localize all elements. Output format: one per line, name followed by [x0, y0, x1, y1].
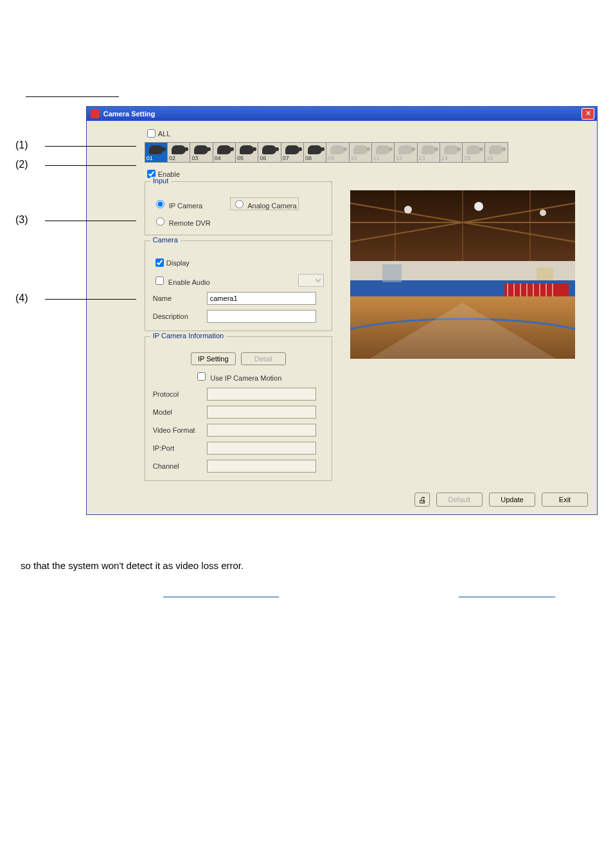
- camera-icon: [330, 145, 344, 154]
- detail-button: Detail: [241, 352, 286, 365]
- channel-field: [207, 460, 316, 473]
- camera-number: 04: [215, 155, 221, 161]
- svg-point-9: [540, 210, 546, 216]
- camera-cell-04[interactable]: 04: [213, 143, 236, 162]
- enable-audio-checkbox[interactable]: [155, 276, 164, 285]
- camera-number: 07: [283, 155, 289, 161]
- use-ip-motion-row[interactable]: Use IP Camera Motion: [195, 370, 281, 383]
- ip-camera-radio[interactable]: [156, 200, 164, 208]
- camera-cell-05[interactable]: 05: [236, 143, 258, 162]
- camera-number: 15: [464, 155, 470, 161]
- camera-icon: [285, 145, 299, 154]
- camera-number: 10: [351, 155, 357, 161]
- ip-setting-button[interactable]: IP Setting: [191, 352, 236, 365]
- camera-number: 02: [169, 155, 175, 161]
- callout-1: (1): [15, 140, 28, 151]
- description-field[interactable]: [207, 310, 316, 323]
- ip-port-field: [207, 442, 316, 455]
- camera-number: 05: [237, 155, 244, 161]
- update-button[interactable]: Update: [489, 493, 535, 507]
- camera-number: 14: [441, 155, 448, 161]
- body-paragraph: so that the system won't detect it as vi…: [15, 560, 598, 571]
- preview-image: [350, 190, 575, 359]
- camera-cell-15: 15: [463, 143, 485, 162]
- camera-number: 08: [305, 155, 312, 161]
- camera-preview: [350, 190, 575, 359]
- camera-cell-03[interactable]: 03: [190, 143, 213, 162]
- camera-cell-14: 14: [440, 143, 463, 162]
- ip-port-label: IP:Port: [153, 444, 207, 452]
- camera-cell-01[interactable]: 01: [145, 143, 168, 162]
- link-hint-1: [163, 597, 279, 597]
- video-format-label: Video Format: [153, 426, 207, 434]
- all-checkbox[interactable]: [147, 129, 155, 138]
- camera-icon: [172, 145, 186, 154]
- enable-audio-row[interactable]: Enable Audio: [153, 275, 210, 287]
- display-label: Display: [166, 259, 190, 267]
- exit-button[interactable]: Exit: [542, 493, 588, 507]
- camera-number: 12: [396, 155, 402, 161]
- camera-cell-10: 10: [350, 143, 372, 162]
- input-group: Input IP Camera Analog Camera: [145, 181, 332, 235]
- camera-icon: [489, 145, 503, 154]
- section-heading-underline: [26, 96, 119, 97]
- svg-point-7: [404, 206, 412, 213]
- camera-cell-02[interactable]: 02: [168, 143, 190, 162]
- camera-icon: [398, 145, 413, 154]
- camera-number: 11: [373, 155, 380, 161]
- channel-label: Channel: [153, 462, 207, 470]
- protocol-field: [207, 388, 316, 401]
- callout-3: (3): [15, 214, 28, 226]
- camera-number: 01: [147, 155, 153, 161]
- camera-icon: [240, 145, 254, 154]
- camera-cell-07[interactable]: 07: [281, 143, 304, 162]
- model-label: Model: [153, 408, 207, 416]
- camera-icon: [262, 145, 276, 154]
- camera-number: 09: [328, 155, 334, 161]
- svg-rect-22: [537, 267, 553, 280]
- input-group-title: Input: [150, 177, 171, 185]
- title-bar: Camera Setting ✕: [87, 107, 597, 121]
- camera-cell-06[interactable]: 06: [258, 143, 281, 162]
- camera-cell-11: 11: [372, 143, 395, 162]
- camera-number: 06: [260, 155, 266, 161]
- svg-rect-12: [382, 264, 402, 282]
- camera-icon: [422, 145, 436, 154]
- camera-cell-08[interactable]: 08: [304, 143, 326, 162]
- svg-point-8: [474, 202, 483, 211]
- remote-dvr-radio[interactable]: [156, 217, 164, 226]
- camera-icon: [376, 145, 390, 154]
- name-field[interactable]: [207, 292, 316, 305]
- model-field: [207, 406, 316, 419]
- camera-number: 13: [419, 155, 425, 161]
- callout-2: (2): [15, 159, 28, 170]
- analog-camera-radio-row[interactable]: Analog Camera: [230, 197, 299, 210]
- ip-camera-info-group: IP Camera Information IP Setting Detail …: [145, 336, 332, 481]
- ip-camera-radio-row[interactable]: IP Camera: [153, 198, 230, 210]
- video-format-field: [207, 424, 316, 437]
- camera-cell-13: 13: [418, 143, 440, 162]
- camera-icon: [466, 145, 481, 154]
- audio-select: [298, 274, 324, 287]
- name-label: Name: [153, 294, 207, 302]
- camera-icon: [194, 145, 208, 154]
- camera-group: Camera Display Enable Audio Name: [145, 240, 332, 331]
- analog-camera-radio[interactable]: [235, 200, 244, 208]
- all-label: ALL: [158, 130, 171, 138]
- protocol-label: Protocol: [153, 390, 207, 398]
- camera-cell-16: 16: [485, 143, 507, 162]
- link-hint-2: [459, 597, 555, 597]
- dialog-title: Camera Setting: [103, 110, 582, 118]
- camera-number: 03: [191, 155, 198, 161]
- display-checkbox[interactable]: [155, 258, 164, 267]
- remote-dvr-radio-row[interactable]: Remote DVR: [153, 215, 211, 227]
- default-button: Default: [436, 493, 483, 507]
- camera-number: 16: [486, 155, 493, 161]
- dialog-footer: 🖨 Default Update Exit: [87, 493, 597, 514]
- close-icon[interactable]: ✕: [582, 108, 594, 120]
- app-icon: [91, 109, 100, 118]
- camera-cell-09: 09: [326, 143, 349, 162]
- callout-4: (4): [15, 293, 28, 304]
- use-ip-motion-checkbox[interactable]: [197, 372, 206, 381]
- print-icon-button[interactable]: 🖨: [414, 493, 430, 507]
